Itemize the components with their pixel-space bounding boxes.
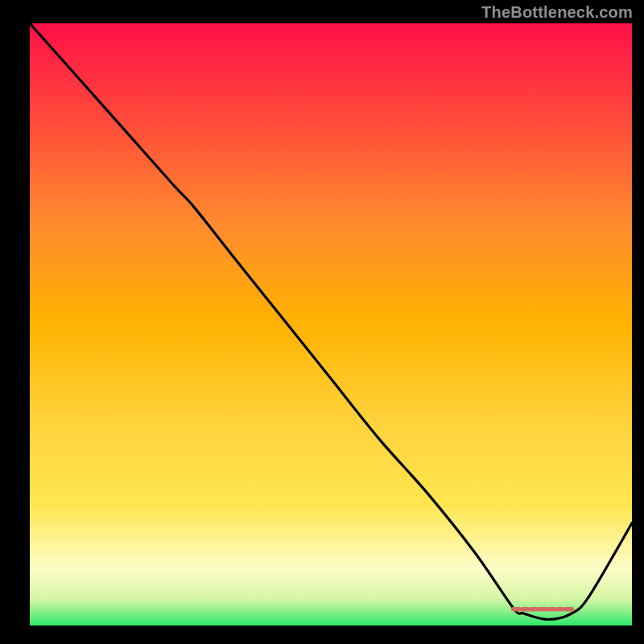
watermark-text: TheBottleneck.com bbox=[481, 3, 633, 22]
plot-svg bbox=[30, 23, 632, 625]
gradient-background bbox=[30, 23, 632, 625]
plot-area bbox=[30, 23, 632, 625]
chart-frame: TheBottleneck.com bbox=[0, 0, 644, 644]
